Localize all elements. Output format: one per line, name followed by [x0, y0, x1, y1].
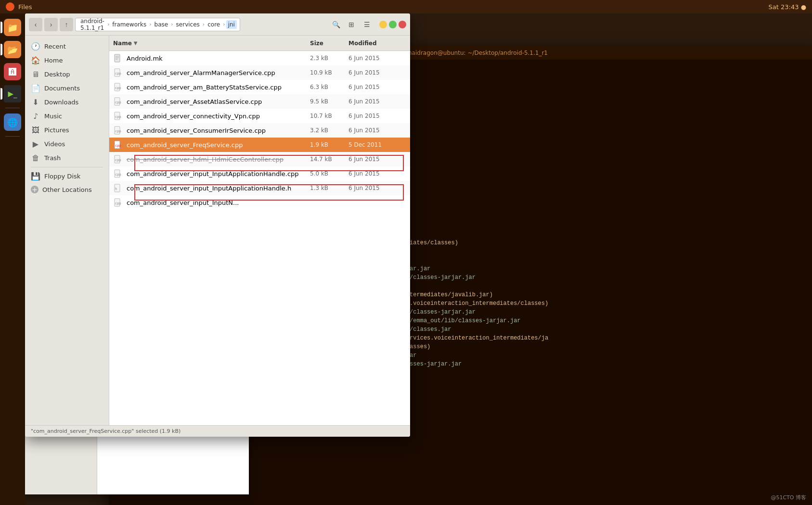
table-row[interactable]: cppcom_android_server_connectivity_Vpn.c… [109, 109, 410, 123]
file-date: 6 Jun 2015 [348, 185, 406, 191]
breadcrumb-separator: › [107, 21, 109, 27]
close-button[interactable] [399, 21, 406, 28]
file-size: 1.3 kB [310, 185, 348, 191]
file-size: 10.7 kB [310, 113, 348, 119]
recent-label: Recent [44, 43, 66, 50]
ubuntu-logo [6, 2, 14, 11]
svg-text:cpp: cpp [115, 129, 121, 133]
pictures-label: Pictures [44, 126, 69, 134]
file-size: 3.2 kB [310, 127, 348, 134]
fm-statusbar: "com_android_server_FreqService.cpp" sel… [25, 425, 410, 437]
table-row[interactable]: cppcom_android_server_am_BatteryStatsSer… [109, 80, 410, 94]
file-name: com_android_server_input_InputApplicatio… [127, 170, 310, 177]
breadcrumb-item[interactable]: core [206, 20, 222, 29]
sidebar-desktop[interactable]: 🖥 Desktop [25, 67, 109, 81]
downloads-label: Downloads [44, 99, 78, 106]
home-icon: 🏠 [31, 56, 40, 65]
breadcrumb-active[interactable]: jni [226, 20, 237, 29]
table-row[interactable]: cppcom_android_server_AssetAtlasService.… [109, 94, 410, 109]
sidebar-music[interactable]: ♪ Music [25, 109, 109, 123]
file-date: 5 Dec 2011 [348, 141, 406, 148]
dock-separator-2 [5, 136, 20, 137]
sidebar-documents[interactable]: 📄 Documents [25, 81, 109, 95]
maximize-button[interactable] [389, 21, 397, 28]
file-name: com_android_server_input_InputApplicatio… [127, 185, 310, 192]
cpp-file-icon: cpp [113, 198, 123, 207]
cpp-file-icon: cpp [113, 97, 123, 106]
dock-item-misc[interactable]: 🌐 [2, 112, 23, 132]
cpp-file-icon: h [113, 183, 123, 193]
table-row[interactable]: cppcom_android_server_hdmi_HdmiCecContro… [109, 152, 410, 166]
file-date: 6 Jun 2015 [348, 98, 406, 105]
file-name: com_android_server_AssetAtlasService.cpp [127, 98, 310, 105]
parent-button[interactable]: ↑ [60, 18, 73, 31]
cpp-file-icon: cpp [113, 140, 123, 150]
file-size: 1.9 kB [310, 141, 348, 148]
top-bar: Files Sat 23:43 ● [0, 0, 812, 13]
col-name-label: Name [113, 40, 132, 47]
table-row[interactable]: Android.mk2.3 kB6 Jun 2015 [109, 51, 410, 65]
sidebar-floppy[interactable]: 💾 Floppy Disk [25, 169, 109, 183]
main-area: haidragon@ubuntu: ~/Desktop/android-5.1.… [25, 13, 812, 505]
table-row[interactable]: cppcom_android_server_ConsumerIrService.… [109, 123, 410, 138]
sidebar-recent[interactable]: 🕐 Recent [25, 39, 109, 53]
file-date: 6 Jun 2015 [348, 113, 406, 119]
svg-text:cpp: cpp [115, 173, 121, 177]
file-size: 10.9 kB [310, 69, 348, 76]
file-manager-1: ‹ › ↑ android-5.1.1_r1›frameworks›base›s… [25, 13, 410, 437]
file-list[interactable]: Android.mk2.3 kB6 Jun 2015cppcom_android… [109, 51, 410, 425]
breadcrumb-item[interactable]: android-5.1.1_r1 [78, 17, 106, 32]
forward-button[interactable]: › [44, 18, 58, 31]
file-date: 6 Jun 2015 [348, 127, 406, 134]
videos-icon: ▶ [31, 139, 40, 149]
breadcrumb-item[interactable]: frameworks [110, 20, 148, 29]
document-icon [113, 53, 123, 63]
toggle-button[interactable]: ⊞ [345, 18, 358, 31]
sidebar-videos[interactable]: ▶ Videos [25, 137, 109, 151]
table-row[interactable]: cppcom_android_server_AlarmManagerServic… [109, 65, 410, 80]
sidebar-downloads[interactable]: ⬇ Downloads [25, 95, 109, 109]
table-row[interactable]: cppcom_android_server_FreqService.cpp1.9… [109, 138, 410, 152]
breadcrumb-item[interactable]: base [153, 20, 170, 29]
cpp-file-icon: cpp [113, 126, 123, 135]
search-button[interactable]: 🔍 [329, 18, 343, 31]
dock-item-files2[interactable]: 📂 [2, 39, 23, 60]
desktop-label: Desktop [44, 71, 70, 78]
file-date: 6 Jun 2015 [348, 170, 406, 177]
documents-icon: 📄 [31, 84, 40, 93]
col-modified-label: Modified [348, 40, 406, 47]
floppy-label: Floppy Disk [44, 173, 80, 180]
downloads-icon: ⬇ [31, 98, 40, 107]
dock-item-ubuntu[interactable]: 🅰 [2, 62, 23, 82]
table-row[interactable]: hcom_android_server_input_InputApplicati… [109, 181, 410, 195]
table-row[interactable]: cppcom_android_server_input_InputN... [109, 195, 410, 210]
music-label: Music [44, 113, 62, 120]
sidebar-pictures[interactable]: 🖼 Pictures [25, 123, 109, 137]
dock-item-files[interactable]: 📁 [2, 17, 23, 38]
svg-text:cpp: cpp [115, 72, 121, 76]
floppy-icon: 💾 [31, 172, 40, 181]
dock-item-terminal[interactable]: ▶_ [2, 84, 23, 104]
svg-text:cpp: cpp [115, 86, 121, 90]
file-size: 2.3 kB [310, 55, 348, 62]
sidebar-home[interactable]: 🏠 Home [25, 53, 109, 67]
pictures-icon: 🖼 [31, 126, 40, 135]
breadcrumb: android-5.1.1_r1›frameworks›base›service… [75, 18, 240, 31]
breadcrumb-separator: › [223, 21, 225, 27]
watermark: @51CTO 博客 [771, 494, 806, 501]
back-button[interactable]: ‹ [29, 18, 42, 31]
breadcrumb-item[interactable]: services [174, 20, 202, 29]
menu-button[interactable]: ☰ [360, 18, 374, 31]
dock-separator [5, 108, 20, 108]
sidebar-other-locations[interactable]: + Other Locations [25, 183, 109, 196]
fm-body: 🕐 Recent 🏠 Home 🖥 Desktop 📄 Documents ⬇ [25, 36, 410, 425]
add-location-button[interactable]: + [31, 186, 39, 193]
sidebar-trash[interactable]: 🗑 Trash [25, 151, 109, 165]
other-locations-label: Other Locations [42, 186, 92, 193]
home-label: Home [44, 57, 63, 64]
sidebar-divider [31, 167, 103, 167]
file-name: Android.mk [127, 55, 310, 62]
minimize-button[interactable] [379, 21, 387, 28]
table-row[interactable]: cppcom_android_server_input_InputApplica… [109, 166, 410, 181]
svg-text:cpp: cpp [115, 202, 121, 205]
